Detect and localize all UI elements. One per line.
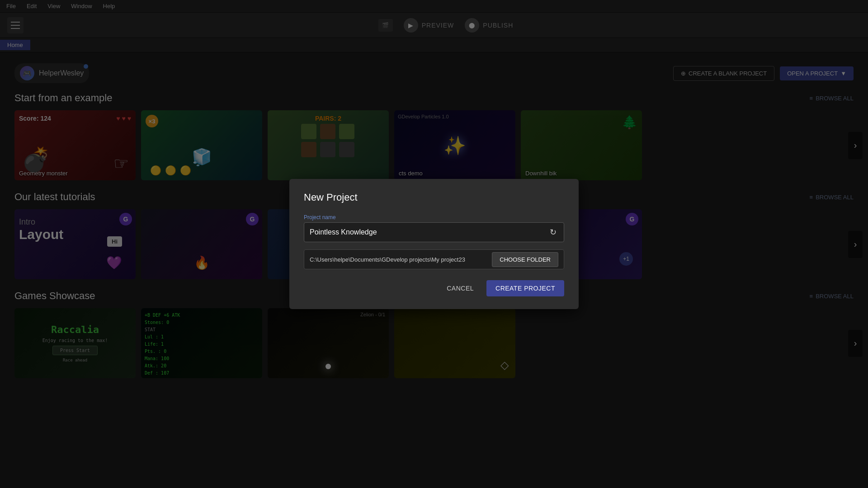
choose-folder-button[interactable]: CHOOSE FOLDER [492, 252, 558, 267]
folder-group: CHOOSE FOLDER [304, 249, 564, 269]
project-name-input-row: ↻ [304, 222, 564, 242]
project-name-group: Project name ↻ [304, 214, 564, 242]
folder-row: CHOOSE FOLDER [304, 249, 564, 269]
project-name-label: Project name [304, 214, 564, 221]
modal-overlay: New Project Project name ↻ CHOOSE FOLDER… [0, 0, 868, 488]
dialog-actions: CANCEL CREATE PROJECT [304, 280, 564, 296]
cancel-button[interactable]: CANCEL [439, 280, 481, 296]
folder-path-input[interactable] [310, 256, 488, 263]
project-name-input[interactable] [310, 228, 548, 236]
refresh-name-button[interactable]: ↻ [548, 225, 558, 239]
new-project-dialog: New Project Project name ↻ CHOOSE FOLDER… [289, 179, 579, 309]
create-project-button[interactable]: CREATE PROJECT [486, 280, 564, 296]
dialog-title: New Project [304, 192, 564, 203]
